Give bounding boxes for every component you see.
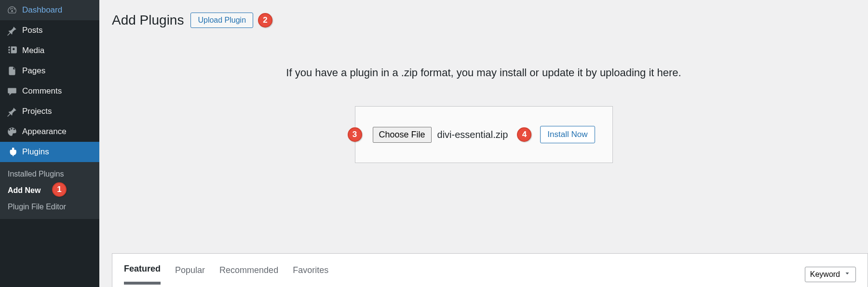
sidebar-item-comments[interactable]: Comments — [0, 81, 99, 101]
sidebar-item-label: Dashboard — [22, 5, 62, 15]
sidebar-item-appearance[interactable]: Appearance — [0, 122, 99, 142]
admin-sidebar: Dashboard Posts Media Pages Comments Pro… — [0, 0, 99, 287]
sidebar-item-projects[interactable]: Projects — [0, 101, 99, 122]
sidebar-item-dashboard[interactable]: Dashboard — [0, 0, 99, 20]
tab-popular[interactable]: Popular — [175, 265, 205, 283]
pages-icon — [7, 66, 17, 76]
main-content: Add Plugins Upload Plugin 2 If you have … — [99, 0, 868, 287]
install-now-button[interactable]: Install Now — [540, 126, 595, 143]
tab-recommended[interactable]: Recommended — [219, 265, 278, 283]
sidebar-item-label: Posts — [22, 26, 43, 35]
tab-featured[interactable]: Featured — [124, 264, 161, 285]
media-icon — [7, 45, 17, 56]
appearance-icon — [7, 126, 17, 137]
sidebar-item-media[interactable]: Media — [0, 41, 99, 61]
upload-area: If you have a plugin in a .zip format, y… — [112, 67, 855, 163]
sidebar-item-label: Pages — [22, 66, 45, 76]
callout-2: 2 — [258, 13, 272, 27]
sidebar-item-plugins[interactable]: Plugins — [0, 142, 99, 162]
choose-file-button[interactable]: Choose File — [373, 127, 432, 143]
pin-icon — [7, 25, 17, 36]
submenu-installed-plugins[interactable]: Installed Plugins — [0, 166, 99, 182]
sidebar-item-pages[interactable]: Pages — [0, 61, 99, 81]
plugins-icon — [7, 147, 17, 157]
submenu-add-new[interactable]: Add New 1 — [0, 182, 99, 199]
upload-dropzone: 3 Choose File divi-essential.zip 4 Insta… — [355, 106, 613, 163]
submenu-plugin-file-editor[interactable]: Plugin File Editor — [0, 199, 99, 215]
upload-plugin-button[interactable]: Upload Plugin — [190, 13, 253, 28]
plugin-filter-bar: Featured Popular Recommended Favorites K… — [112, 253, 868, 287]
callout-1: 1 — [52, 182, 67, 197]
search-type-select[interactable]: Keyword — [805, 267, 856, 282]
page-header: Add Plugins Upload Plugin 2 — [112, 13, 855, 28]
sidebar-item-label: Appearance — [22, 127, 67, 137]
comments-icon — [7, 86, 17, 96]
selected-file-name: divi-essential.zip — [437, 129, 508, 140]
chevron-down-icon — [844, 270, 851, 279]
sidebar-item-label: Media — [22, 46, 44, 55]
pin-icon — [7, 106, 17, 117]
sidebar-item-label: Plugins — [22, 147, 49, 157]
upload-message: If you have a plugin in a .zip format, y… — [112, 67, 855, 79]
sidebar-item-label: Comments — [22, 86, 62, 96]
tab-favorites[interactable]: Favorites — [293, 265, 328, 283]
plugins-submenu: Installed Plugins Add New 1 Plugin File … — [0, 162, 99, 219]
dashboard-icon — [7, 5, 17, 15]
callout-4: 4 — [517, 127, 531, 142]
callout-3: 3 — [348, 127, 362, 142]
sidebar-item-posts[interactable]: Posts — [0, 20, 99, 41]
page-title: Add Plugins — [112, 13, 184, 28]
sidebar-item-label: Projects — [22, 107, 52, 116]
